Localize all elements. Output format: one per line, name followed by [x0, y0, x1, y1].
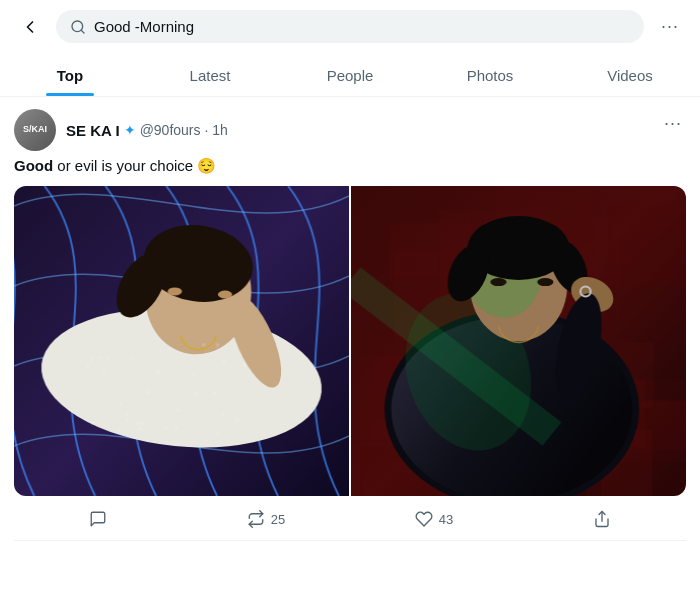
tweet-actions: 25 43	[14, 506, 686, 541]
tabs-bar: Top Latest People Photos Videos	[0, 53, 700, 97]
tab-photos[interactable]: Photos	[420, 53, 560, 96]
tweet-images	[14, 186, 686, 496]
retweet-count: 25	[271, 512, 285, 527]
tweet-handle: @90fours	[140, 122, 201, 138]
tweet-more-button[interactable]: ···	[660, 109, 686, 138]
tweet-user-info: SE KA I ✦ @90fours · 1h	[66, 122, 228, 139]
tweet-time: · 1h	[205, 122, 228, 138]
tab-videos[interactable]: Videos	[560, 53, 700, 96]
avatar[interactable]: S/KAI	[14, 109, 56, 151]
avatar-text: S/KAI	[23, 125, 47, 135]
comment-button[interactable]	[14, 510, 182, 528]
retweet-button[interactable]: 25	[182, 510, 350, 528]
back-button[interactable]	[14, 11, 46, 43]
tweet-text-bold: Good	[14, 157, 53, 174]
like-icon	[415, 510, 433, 528]
like-button[interactable]: 43	[350, 510, 518, 528]
tweet-image-right[interactable]	[351, 186, 686, 496]
search-icon	[70, 19, 86, 35]
tweet-display-name: SE KA I	[66, 122, 120, 139]
tweet-header-left: S/KAI SE KA I ✦ @90fours · 1h	[14, 109, 228, 151]
tab-people[interactable]: People	[280, 53, 420, 96]
tweet-text: Good or evil is your choice 😌	[14, 155, 686, 176]
comment-icon	[89, 510, 107, 528]
share-button[interactable]	[518, 510, 686, 528]
tweet-image-left[interactable]	[14, 186, 349, 496]
tweet-text-rest: or evil is your choice 😌	[53, 157, 216, 174]
like-count: 43	[439, 512, 453, 527]
search-bar[interactable]: Good -Morning	[56, 10, 644, 43]
header: Good -Morning ···	[0, 0, 700, 53]
tab-top[interactable]: Top	[0, 53, 140, 96]
more-options-button[interactable]: ···	[654, 11, 686, 43]
tweet: S/KAI SE KA I ✦ @90fours · 1h ··· Good o…	[0, 97, 700, 541]
svg-line-1	[81, 30, 84, 33]
share-icon	[593, 510, 611, 528]
retweet-icon	[247, 510, 265, 528]
tweet-header: S/KAI SE KA I ✦ @90fours · 1h ···	[14, 109, 686, 151]
tweet-verified-icon: ✦	[124, 122, 136, 138]
search-text: Good -Morning	[94, 18, 630, 35]
tab-latest[interactable]: Latest	[140, 53, 280, 96]
tweet-username-row: SE KA I ✦ @90fours · 1h	[66, 122, 228, 139]
